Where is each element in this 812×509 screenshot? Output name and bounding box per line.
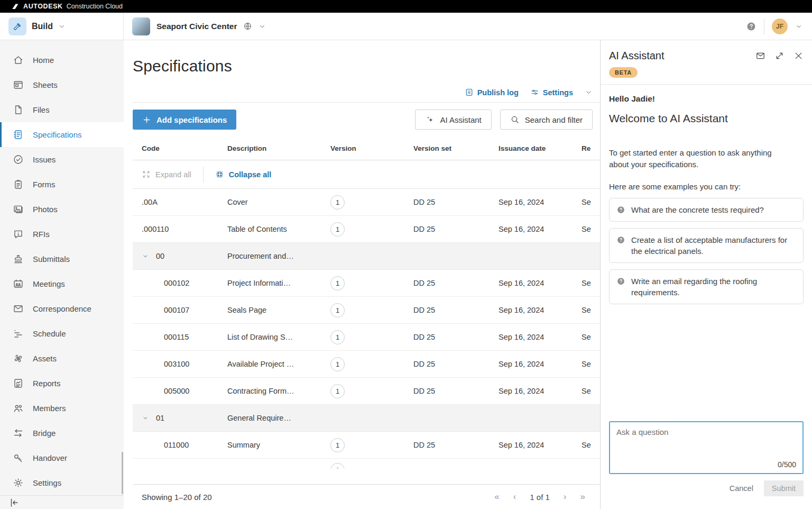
sidebar-item-schedule[interactable]: Schedule xyxy=(0,321,124,346)
next-page-button[interactable]: › xyxy=(564,492,567,502)
row-description: List of Drawing S… xyxy=(227,333,330,341)
sidebar-footer xyxy=(0,495,124,509)
submit-button[interactable]: Submit xyxy=(764,480,804,496)
sidebar-item-label: Submittals xyxy=(33,254,70,263)
correspondence-icon xyxy=(13,303,24,314)
add-specifications-button[interactable]: Add specifications xyxy=(133,110,236,130)
row-code: 003100 xyxy=(142,360,189,368)
sidebar-item-meetings[interactable]: Meetings xyxy=(0,271,124,296)
column-extra[interactable]: Re xyxy=(582,144,600,152)
mail-icon[interactable] xyxy=(755,51,765,61)
header-divider xyxy=(764,19,764,34)
version-chip[interactable]: 1 xyxy=(330,438,345,452)
collapse-sidebar-icon[interactable] xyxy=(8,497,20,508)
help-icon[interactable] xyxy=(746,21,756,32)
table-group-row[interactable]: 01General Require… xyxy=(133,405,600,432)
sidebar-item-settings[interactable]: Settings xyxy=(0,470,124,495)
sidebar-scrollbar[interactable] xyxy=(122,452,123,494)
row-description: Summary xyxy=(227,441,330,449)
collapse-all-icon xyxy=(215,170,224,179)
account-chevron-icon[interactable] xyxy=(795,23,802,30)
settings-chevron-icon[interactable] xyxy=(585,88,593,96)
app-header: Build Seaport Civic Center JF xyxy=(0,13,812,40)
version-chip[interactable]: 1 xyxy=(330,303,345,317)
column-version-set[interactable]: Version set xyxy=(413,144,499,152)
sidebar-item-handover[interactable]: Handover xyxy=(0,446,124,470)
sidebar-item-label: Photos xyxy=(33,205,58,214)
table-body: .00ACover1DD 25Sep 16, 2024Se.000110Tabl… xyxy=(133,189,600,484)
sidebar-item-photos[interactable]: Photos xyxy=(0,197,124,222)
question-input[interactable] xyxy=(610,422,802,473)
first-page-button[interactable]: « xyxy=(494,492,499,502)
example-question-card[interactable]: Create a list of acceptable manufacturer… xyxy=(609,228,804,263)
table-row[interactable]: 000107Seals Page1DD 25Sep 16, 2024Se xyxy=(133,297,600,324)
expand-panel-icon[interactable] xyxy=(774,51,785,61)
sidebar-item-sheets[interactable]: Sheets xyxy=(0,72,124,97)
question-input-wrap: 0/500 xyxy=(609,421,804,474)
sidebar-item-issues[interactable]: Issues xyxy=(0,147,124,172)
ai-assistant-button-label: AI Assistant xyxy=(440,115,481,124)
row-code: 005000 xyxy=(142,387,189,395)
sidebar-item-rfis[interactable]: RFIs xyxy=(0,222,124,247)
version-chip[interactable]: 1 xyxy=(330,276,345,290)
close-icon[interactable] xyxy=(793,51,804,61)
table-row-partial[interactable]: 1 xyxy=(133,459,600,468)
prev-page-button[interactable]: ‹ xyxy=(513,492,516,502)
sidebar-item-members[interactable]: Members xyxy=(0,396,124,421)
chevron-down-icon[interactable] xyxy=(142,414,149,422)
project-selector[interactable]: Seaport Civic Center xyxy=(132,17,266,35)
sidebar-item-specifications[interactable]: Specifications xyxy=(0,122,124,147)
settings-link[interactable]: Settings xyxy=(530,88,573,97)
publish-log-link[interactable]: Publish log xyxy=(465,88,519,97)
row-version-set: DD 25 xyxy=(413,198,499,206)
table-row[interactable]: .00ACover1DD 25Sep 16, 2024Se xyxy=(133,189,600,216)
version-chip[interactable]: 1 xyxy=(330,463,345,468)
assets-icon xyxy=(13,353,24,364)
cancel-button[interactable]: Cancel xyxy=(730,484,753,493)
rfis-icon xyxy=(13,229,24,240)
column-issuance-date[interactable]: Issuance date xyxy=(499,144,582,152)
example-question-card[interactable]: Write an email regarding the roofing req… xyxy=(609,269,804,304)
sidebar-item-submittals[interactable]: Submittals xyxy=(0,247,124,271)
sidebar-item-bridge[interactable]: Bridge xyxy=(0,421,124,446)
table-row[interactable]: 011000Summary1DD 25Sep 16, 2024Se xyxy=(133,432,600,459)
project-chevron-icon[interactable] xyxy=(259,23,266,30)
table-group-row[interactable]: 00Procurement and… xyxy=(133,243,600,270)
sidebar-item-label: RFIs xyxy=(33,230,50,239)
table-row[interactable]: 000115List of Drawing S…1DD 25Sep 16, 20… xyxy=(133,324,600,351)
version-chip[interactable]: 1 xyxy=(330,357,345,371)
chevron-down-icon[interactable] xyxy=(142,252,149,260)
version-chip[interactable]: 1 xyxy=(330,222,345,237)
sidebar-item-home[interactable]: Home xyxy=(0,48,124,72)
version-chip[interactable]: 1 xyxy=(330,384,345,398)
table-row[interactable]: 005000Contracting Form…1DD 25Sep 16, 202… xyxy=(133,378,600,405)
table-row[interactable]: 003100Available Project …1DD 25Sep 16, 2… xyxy=(133,351,600,378)
column-description[interactable]: Description xyxy=(227,144,330,152)
avatar[interactable]: JF xyxy=(772,19,788,34)
example-question-card[interactable]: What are the concrete tests required? xyxy=(609,198,804,222)
row-extra: Se xyxy=(582,387,600,395)
sidebar-item-label: Home xyxy=(33,56,54,65)
expand-all-button[interactable]: Expand all xyxy=(142,170,191,179)
meetings-icon xyxy=(13,278,24,289)
main-content: Specifications Publish log Settings Add … xyxy=(124,40,600,509)
module-chevron-icon[interactable] xyxy=(58,23,66,30)
search-and-filter-button[interactable]: Search and filter xyxy=(500,110,593,130)
table-row[interactable]: .000110Table of Contents1DD 25Sep 16, 20… xyxy=(133,216,600,243)
last-page-button[interactable]: » xyxy=(580,492,585,502)
sidebar-item-reports[interactable]: Reports xyxy=(0,371,124,396)
column-code[interactable]: Code xyxy=(142,144,227,152)
sidebar-item-forms[interactable]: Forms xyxy=(0,172,124,197)
table-row[interactable]: 000102Project Informati…1DD 25Sep 16, 20… xyxy=(133,270,600,297)
version-chip[interactable]: 1 xyxy=(330,195,345,210)
collapse-all-button[interactable]: Collapse all xyxy=(215,170,272,179)
version-chip[interactable]: 1 xyxy=(330,330,345,344)
header-right: JF xyxy=(746,19,812,34)
row-version-set: DD 25 xyxy=(413,387,499,395)
sidebar-item-files[interactable]: Files xyxy=(0,97,124,122)
sidebar-item-assets[interactable]: Assets xyxy=(0,346,124,371)
ai-assistant-button[interactable]: AI Assistant xyxy=(415,110,491,130)
column-version[interactable]: Version xyxy=(330,144,413,152)
sidebar-item-correspondence[interactable]: Correspondence xyxy=(0,296,124,321)
module-switcher[interactable]: Build xyxy=(0,13,124,40)
